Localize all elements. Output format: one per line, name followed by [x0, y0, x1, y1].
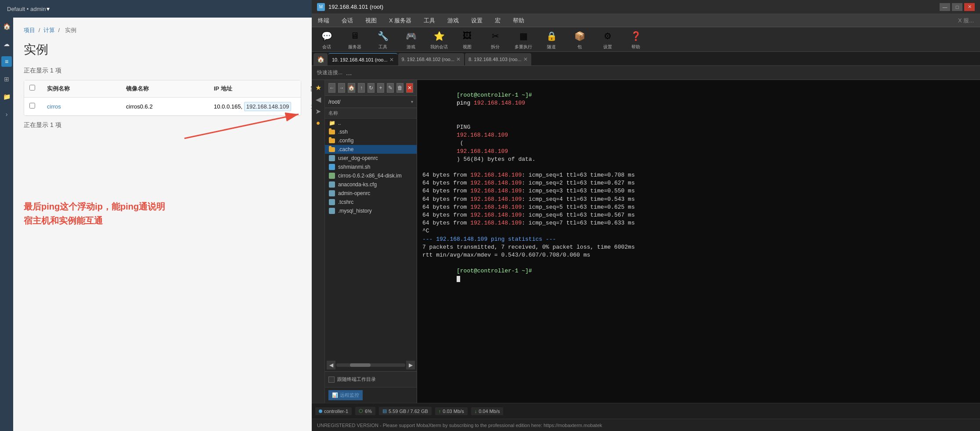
- status-cell: 1: [310, 103, 312, 110]
- nav-icon-2[interactable]: ☁: [1, 39, 12, 49]
- file-btn-new[interactable]: +: [377, 83, 384, 93]
- sync-label: 跟随终端工作目录: [337, 376, 376, 383]
- top-bar-title[interactable]: Default • admin: [7, 6, 46, 12]
- maximize-button[interactable]: □: [952, 3, 962, 11]
- toolbar-session[interactable]: 💬 会话: [315, 29, 338, 50]
- scroll-left[interactable]: ◀: [327, 361, 335, 369]
- remote-monitor-button[interactable]: 📊 远程监控: [328, 390, 363, 400]
- file-item-user-openrc[interactable]: user_dog-openrc: [325, 154, 417, 163]
- script-icon-ssh: [328, 164, 335, 170]
- toolbar-mysessions[interactable]: ⭐ 我的会话: [428, 29, 450, 50]
- star-session-icon[interactable]: ★: [315, 83, 321, 92]
- breadcrumb-compute[interactable]: 计算: [43, 27, 55, 33]
- breadcrumb-project[interactable]: 项目: [24, 27, 35, 33]
- file-item-label: admin-openrc: [338, 190, 370, 196]
- toolbar-help[interactable]: ❓ 帮助: [624, 29, 647, 50]
- row-checkbox[interactable]: [29, 103, 47, 110]
- file-item-tcshrc[interactable]: .tcshrc: [325, 198, 417, 206]
- tab-2[interactable]: 9. 192.168.48.102 (roo... ✕: [398, 53, 464, 65]
- menu-games[interactable]: 游戏: [445, 15, 461, 26]
- file-btn-1[interactable]: ←: [328, 83, 335, 93]
- toolbar-server[interactable]: 🖥 服务器: [343, 29, 366, 50]
- tools-icon: 🔧: [376, 29, 390, 43]
- toolbar-settings[interactable]: ⚙ 设置: [596, 29, 619, 50]
- file-icon-anaconda: [328, 181, 335, 188]
- menu-terminal[interactable]: 终端: [315, 15, 332, 26]
- file-btn-edit[interactable]: ✎: [387, 83, 394, 93]
- window-controls: — □ ✕: [940, 3, 975, 11]
- file-item-sshmianmi[interactable]: sshmianmi.sh: [325, 163, 417, 171]
- tab-1[interactable]: 10. 192.168.48.101 (roo... ✕: [328, 53, 397, 65]
- quick-connect-label[interactable]: 快速连接...: [317, 69, 342, 76]
- toolbar-package[interactable]: 📦 包: [568, 29, 591, 50]
- menu-tools[interactable]: 工具: [421, 15, 438, 26]
- file-item-cirros-img[interactable]: cirros-0.6.2-x86_64-disk.im: [325, 171, 417, 180]
- tab-3-close[interactable]: ✕: [523, 56, 528, 62]
- dropdown-icon[interactable]: ▾: [47, 5, 50, 12]
- file-btn-x[interactable]: ✕: [406, 83, 413, 93]
- arrow-left-icon[interactable]: ◀: [316, 95, 321, 104]
- menu-session[interactable]: 会话: [339, 15, 356, 26]
- menu-view[interactable]: 视图: [363, 15, 379, 26]
- file-btn-delete[interactable]: 🗑: [396, 83, 404, 93]
- instance-link[interactable]: cirros: [47, 103, 61, 110]
- toolbar-tunnel[interactable]: 🔒 隧道: [540, 29, 563, 50]
- star-icon: ⭐: [432, 29, 446, 43]
- file-item-admin-openrc[interactable]: admin-openrc: [325, 189, 417, 198]
- menu-settings[interactable]: 设置: [468, 15, 485, 26]
- sync-checkbox[interactable]: [328, 377, 335, 383]
- settings-icon: ⚙: [601, 29, 615, 43]
- toolbar-split[interactable]: ✂ 拆分: [484, 29, 507, 50]
- send-icon[interactable]: ➤: [315, 107, 321, 116]
- file-item-ssh[interactable]: .ssh: [325, 127, 417, 136]
- session-icon: 💬: [320, 29, 334, 43]
- scroll-track[interactable]: [336, 363, 405, 367]
- term-cursor: [457, 276, 460, 282]
- tab-home[interactable]: 🏠: [313, 53, 328, 65]
- quick-connect-bar: 快速连接... ...: [312, 66, 980, 80]
- nav-icon-3[interactable]: ≡: [1, 56, 12, 67]
- file-icon-tcsh: [328, 199, 335, 205]
- term-line-8: 64 bytes from 192.168.148.109: icmp_seq=…: [422, 211, 975, 219]
- nav-icon-5[interactable]: 📁: [1, 91, 12, 102]
- file-item-parent[interactable]: 📁 ..: [325, 119, 417, 127]
- mobaxterm-titlebar: M 192.168.48.101 (root) — □ ✕: [312, 0, 980, 14]
- close-button[interactable]: ✕: [964, 3, 975, 11]
- toolbar-split-label: 拆分: [491, 44, 500, 50]
- upload-icon: ↑: [439, 409, 441, 414]
- file-item-label: user_dog-openrc: [338, 155, 378, 161]
- file-btn-up[interactable]: ↑: [358, 83, 365, 93]
- nav-icon-6[interactable]: ›: [1, 109, 12, 120]
- menu-x-label[interactable]: X 服...: [955, 15, 976, 26]
- file-item-config[interactable]: .config: [325, 136, 417, 145]
- scroll-right[interactable]: ▶: [406, 361, 415, 369]
- tab-3[interactable]: 8. 192.168.48.103 (roo... ✕: [465, 53, 531, 65]
- file-item-anaconda[interactable]: anaconda-ks.cfg: [325, 180, 417, 189]
- circle-icon[interactable]: ●: [316, 119, 321, 127]
- file-item-label: .mysql_history: [338, 208, 372, 214]
- menu-x-server[interactable]: X 服务器: [386, 15, 414, 26]
- nav-icon-1[interactable]: 🏠: [1, 21, 12, 32]
- term-line-ctrl-c: ^C: [422, 227, 975, 235]
- toolbar-games[interactable]: 🎮 游戏: [400, 29, 422, 50]
- checkbox-header[interactable]: [29, 85, 47, 93]
- terminal-content[interactable]: [root@controller-1 ~]# ping 192.168.148.…: [417, 80, 980, 403]
- toolbar-tools[interactable]: 🔧 工具: [371, 29, 394, 50]
- tab-2-close[interactable]: ✕: [456, 56, 461, 62]
- file-btn-refresh[interactable]: ↻: [368, 83, 375, 93]
- file-path-dropdown[interactable]: ▾: [411, 99, 413, 104]
- nav-icon-4[interactable]: ⊞: [1, 74, 12, 84]
- menu-macro[interactable]: 宏: [492, 15, 503, 26]
- menu-help[interactable]: 帮助: [510, 15, 527, 26]
- multiexec-icon: ▦: [516, 29, 530, 43]
- term-line-4: 64 bytes from 192.168.148.109: icmp_seq=…: [422, 179, 975, 187]
- file-item-mysql[interactable]: .mysql_history: [325, 206, 417, 215]
- file-btn-home[interactable]: 🏠: [348, 83, 355, 93]
- toolbar-multiexec[interactable]: ▦ 多重执行: [512, 29, 535, 50]
- toolbar-view[interactable]: 🖼 视图: [456, 29, 479, 50]
- file-btn-2[interactable]: →: [338, 83, 345, 93]
- tab-1-close[interactable]: ✕: [389, 57, 394, 63]
- file-item-cache[interactable]: .cache: [325, 145, 417, 154]
- minimize-button[interactable]: —: [940, 3, 950, 11]
- tab-2-label: 9. 192.168.48.102 (roo...: [402, 57, 454, 62]
